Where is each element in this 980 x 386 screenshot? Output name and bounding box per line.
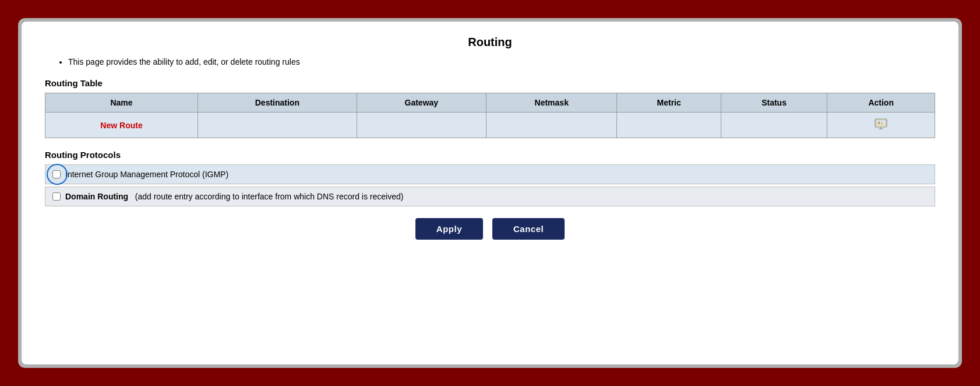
col-header-metric: Metric <box>617 93 721 113</box>
domain-routing-label: Domain Routing (add route entry accordin… <box>65 192 403 201</box>
routing-table-title: Routing Table <box>45 78 935 88</box>
igmp-protocol-row: Internet Group Management Protocol (IGMP… <box>45 164 935 184</box>
apply-button[interactable]: Apply <box>415 218 483 240</box>
domain-routing-checkbox[interactable] <box>52 192 61 201</box>
col-header-netmask: Netmask <box>487 93 617 113</box>
col-header-action: Action <box>827 93 935 113</box>
row-name-cell: New Route <box>45 113 198 138</box>
outer-border: Routing This page provides the ability t… <box>18 18 962 368</box>
col-header-status: Status <box>721 93 827 113</box>
cancel-button[interactable]: Cancel <box>492 218 565 240</box>
row-netmask-cell <box>487 113 617 138</box>
row-action-cell: ✦ ✦ <box>827 113 935 138</box>
row-destination-cell <box>198 113 357 138</box>
domain-routing-label-extra: (add route entry according to interface … <box>135 192 404 201</box>
new-route-link[interactable]: New Route <box>100 121 142 130</box>
row-gateway-cell <box>357 113 486 138</box>
routing-table: Name Destination Gateway Netmask Metric … <box>45 93 935 138</box>
igmp-label-text: Internet Group Management Protocol (IGMP… <box>65 170 228 179</box>
routing-protocols-title: Routing Protocols <box>45 150 935 160</box>
table-row: New Route <box>45 113 935 138</box>
add-route-icon[interactable]: ✦ ✦ <box>875 117 887 133</box>
routing-protocols-section: Routing Protocols Internet Group Managem… <box>45 150 935 206</box>
row-status-cell <box>721 113 827 138</box>
inner-container: Routing This page provides the ability t… <box>22 22 958 364</box>
svg-text:✦: ✦ <box>880 121 884 125</box>
col-header-gateway: Gateway <box>357 93 486 113</box>
description-text: This page provides the ability to add, e… <box>68 57 935 66</box>
col-header-name: Name <box>45 93 198 113</box>
buttons-row: Apply Cancel <box>45 218 935 240</box>
page-title: Routing <box>45 36 935 49</box>
description-section: This page provides the ability to add, e… <box>45 57 935 66</box>
igmp-label: Internet Group Management Protocol (IGMP… <box>65 170 228 179</box>
domain-routing-protocol-row: Domain Routing (add route entry accordin… <box>45 187 935 206</box>
domain-routing-label-bold: Domain Routing <box>65 192 128 201</box>
row-metric-cell <box>617 113 721 138</box>
igmp-checkbox[interactable] <box>52 170 61 178</box>
col-header-destination: Destination <box>198 93 357 113</box>
